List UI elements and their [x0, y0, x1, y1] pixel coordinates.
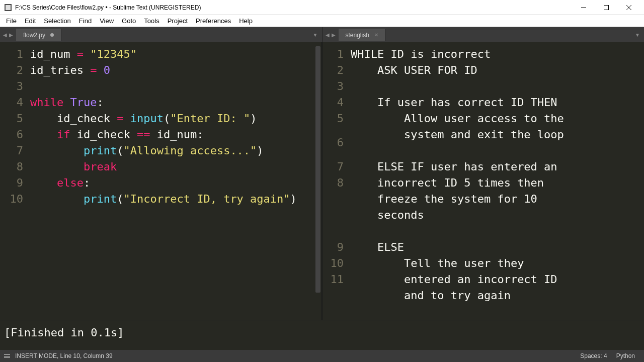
tab-bar-row: ◀ ▶ flow2.py ▼ ◀ ▶ stenglish ✕ ▼: [0, 27, 644, 42]
menu-help[interactable]: Help: [235, 16, 257, 26]
menu-bar: File Edit Selection Find View Goto Tools…: [0, 15, 644, 27]
window-controls: [572, 0, 640, 15]
right-pane: 1 2 3 4 5 6 7 8 9 10 11 WHILE ID is inco…: [323, 42, 644, 320]
tabs-dropdown-icon[interactable]: ▼: [635, 32, 640, 38]
tab-flow2[interactable]: flow2.py: [16, 29, 61, 41]
status-spaces[interactable]: Spaces: 4: [580, 352, 607, 359]
right-editor[interactable]: WHILE ID is incorrect ASK USER FOR ID If…: [349, 42, 644, 320]
status-language[interactable]: Python: [616, 352, 635, 359]
menu-edit[interactable]: Edit: [21, 16, 40, 26]
window-title: F:\CS Series\Code Files\flow2.py • - Sub…: [15, 4, 572, 11]
minimize-button[interactable]: [572, 0, 595, 15]
forward-icon[interactable]: ▶: [9, 32, 13, 38]
dirty-indicator-icon: [50, 33, 54, 37]
build-output: [Finished in 0.1s]: [0, 320, 644, 350]
left-pane: 1 2 3 4 5 6 7 8 9 10 id_num = "12345" id…: [0, 42, 323, 320]
menu-tools[interactable]: Tools: [140, 16, 163, 26]
svg-rect-3: [604, 5, 608, 10]
app-icon: [4, 4, 12, 12]
tab-label: stenglish: [346, 32, 369, 39]
back-icon[interactable]: ◀: [326, 32, 330, 38]
menu-preferences[interactable]: Preferences: [192, 16, 235, 26]
left-editor[interactable]: id_num = "12345" id_tries = 0 while True…: [28, 42, 321, 320]
menu-project[interactable]: Project: [164, 16, 192, 26]
close-button[interactable]: [617, 0, 640, 15]
maximize-button[interactable]: [595, 0, 617, 15]
menu-goto[interactable]: Goto: [118, 16, 140, 26]
left-tab-bar: ◀ ▶ flow2.py ▼: [0, 27, 323, 42]
status-bar: INSERT MODE, Line 10, Column 39 Spaces: …: [0, 350, 644, 362]
nav-arrows-left: ◀ ▶: [0, 32, 16, 38]
panel-switcher-icon[interactable]: [4, 354, 10, 358]
editor-area: 1 2 3 4 5 6 7 8 9 10 id_num = "12345" id…: [0, 42, 644, 320]
left-gutter: 1 2 3 4 5 6 7 8 9 10: [0, 42, 28, 320]
close-icon[interactable]: ✕: [374, 32, 378, 38]
scrollbar[interactable]: [315, 46, 320, 293]
menu-view[interactable]: View: [96, 16, 118, 26]
tab-label: flow2.py: [23, 32, 45, 39]
right-tab-bar: ◀ ▶ stenglish ✕ ▼: [323, 27, 645, 42]
svg-rect-1: [6, 5, 11, 10]
forward-icon[interactable]: ▶: [332, 32, 336, 38]
back-icon[interactable]: ◀: [3, 32, 7, 38]
status-mode[interactable]: INSERT MODE, Line 10, Column 39: [15, 352, 113, 359]
menu-find[interactable]: Find: [75, 16, 96, 26]
title-bar: F:\CS Series\Code Files\flow2.py • - Sub…: [0, 0, 644, 15]
menu-selection[interactable]: Selection: [40, 16, 74, 26]
menu-file[interactable]: File: [2, 16, 21, 26]
tab-stenglish[interactable]: stenglish ✕: [339, 29, 386, 41]
console-text: [Finished in 0.1s]: [4, 326, 124, 339]
nav-arrows-right: ◀ ▶: [323, 32, 339, 38]
right-gutter: 1 2 3 4 5 6 7 8 9 10 11: [323, 42, 349, 320]
tabs-dropdown-icon[interactable]: ▼: [313, 32, 318, 38]
